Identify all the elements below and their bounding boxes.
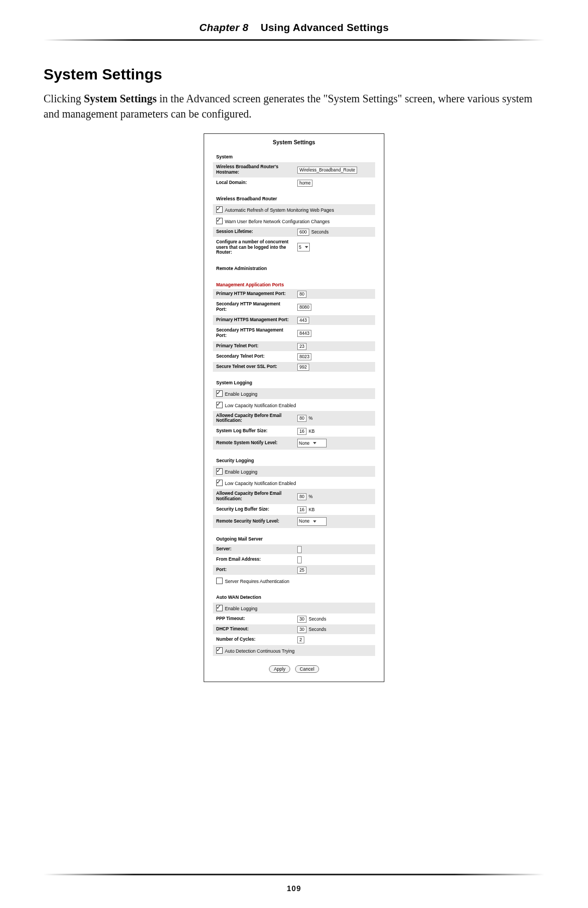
mail-server-label: Server: (213, 544, 294, 554)
seclog-notify-select[interactable]: None (297, 517, 327, 526)
ppp-timeout-label: PPP Timeout: (213, 613, 294, 624)
seclog-lowcap-checkbox[interactable] (216, 480, 223, 486)
syslog-notify-select[interactable]: None (297, 439, 327, 447)
warn-user-checkbox[interactable] (216, 218, 223, 224)
ppp-timeout-input[interactable]: 30 (297, 616, 307, 623)
syslog-allowed-label: Allowed Capacity Before Email Notificati… (213, 410, 294, 426)
wan-cont-checkbox[interactable] (216, 647, 223, 654)
header-rule (44, 39, 544, 41)
cycles-label: Number of Cycles: (213, 634, 294, 645)
primary-telnet-input[interactable]: 23 (297, 343, 307, 350)
panel-title: System Settings (204, 139, 384, 145)
group-mail-server: Outgoing Mail Server (213, 533, 375, 544)
cancel-button[interactable]: Cancel (295, 665, 319, 673)
primary-http-input[interactable]: 80 (297, 291, 307, 298)
page-number: 109 (44, 884, 544, 893)
mail-from-input[interactable] (297, 556, 302, 563)
localdomain-input[interactable]: home (297, 180, 313, 187)
intro-paragraph: Clicking System Settings in the Advanced… (44, 91, 544, 121)
secondary-telnet-input[interactable]: 8023 (297, 353, 311, 360)
session-label: Session Lifetime: (213, 226, 294, 237)
seclog-allowed-label: Allowed Capacity Before Email Notificati… (213, 489, 294, 505)
section-title: System Settings (44, 66, 544, 83)
dhcp-timeout-input[interactable]: 30 (297, 626, 307, 633)
group-remote-admin: Remote Administration (213, 262, 375, 273)
hostname-input[interactable]: Wireless_Broadband_Route (297, 167, 357, 174)
apply-button[interactable]: Apply (269, 665, 290, 673)
concurrent-label: Configure a number of concurrent users t… (213, 237, 294, 258)
secondary-http-label: Secondary HTTP Management Port: (213, 299, 294, 315)
chapter-prefix: Chapter 8 (199, 22, 248, 33)
chapter-title: Using Advanced Settings (261, 22, 389, 33)
syslog-lowcap-checkbox[interactable] (216, 402, 223, 408)
seclog-buf-input[interactable]: 16 (297, 506, 307, 513)
auto-refresh-checkbox[interactable] (216, 206, 223, 213)
group-system-logging: System Logging (213, 377, 375, 388)
syslog-buf-input[interactable]: 16 (297, 428, 307, 435)
mail-auth-checkbox[interactable] (216, 578, 223, 584)
primary-https-input[interactable]: 443 (297, 317, 309, 324)
wan-enable-checkbox[interactable] (216, 605, 223, 611)
group-mgmt-ports: Management Application Ports (213, 278, 375, 289)
concurrent-select[interactable]: 5 (297, 243, 310, 251)
mail-from-label: From Email Address: (213, 554, 294, 565)
syslog-enable-checkbox[interactable] (216, 390, 223, 397)
primary-https-label: Primary HTTPS Management Port: (213, 315, 294, 325)
group-system: System (213, 151, 375, 162)
secondary-telnet-label: Secondary Telnet Port: (213, 351, 294, 361)
footer-rule (44, 874, 544, 875)
secondary-https-input[interactable]: 8443 (297, 330, 311, 337)
settings-screenshot: System Settings System Wireless Broadban… (204, 133, 384, 682)
syslog-notify-label: Remote System Notify Level: (213, 437, 294, 450)
dhcp-timeout-label: DHCP Timeout: (213, 624, 294, 634)
mail-server-input[interactable] (297, 546, 302, 553)
seclog-notify-label: Remote Security Notify Level: (213, 514, 294, 528)
ssl-telnet-label: Secure Telnet over SSL Port: (213, 361, 294, 372)
seclog-allowed-input[interactable]: 80 (297, 493, 307, 500)
chapter-header: Chapter 8 Using Advanced Settings (44, 22, 544, 34)
seclog-buf-label: Security Log Buffer Size: (213, 504, 294, 514)
group-auto-wan: Auto WAN Detection (213, 591, 375, 603)
mail-port-label: Port: (213, 565, 294, 575)
session-input[interactable]: 600 (297, 229, 309, 236)
secondary-http-input[interactable]: 8080 (297, 304, 311, 311)
syslog-allowed-input[interactable]: 80 (297, 415, 307, 422)
group-security-logging: Security Logging (213, 455, 375, 466)
syslog-buf-label: System Log Buffer Size: (213, 426, 294, 437)
secondary-https-label: Secondary HTTPS Management Port: (213, 325, 294, 341)
cycles-input[interactable]: 2 (297, 636, 304, 643)
seclog-enable-checkbox[interactable] (216, 468, 223, 475)
primary-http-label: Primary HTTP Management Port: (213, 289, 294, 299)
ssl-telnet-input[interactable]: 992 (297, 364, 309, 371)
primary-telnet-label: Primary Telnet Port: (213, 341, 294, 351)
group-wbr: Wireless Broadband Router (213, 193, 375, 204)
hostname-label: Wireless Broadband Router's Hostname: (213, 162, 294, 178)
mail-port-input[interactable]: 25 (297, 567, 307, 574)
localdomain-label: Local Domain: (213, 177, 294, 188)
